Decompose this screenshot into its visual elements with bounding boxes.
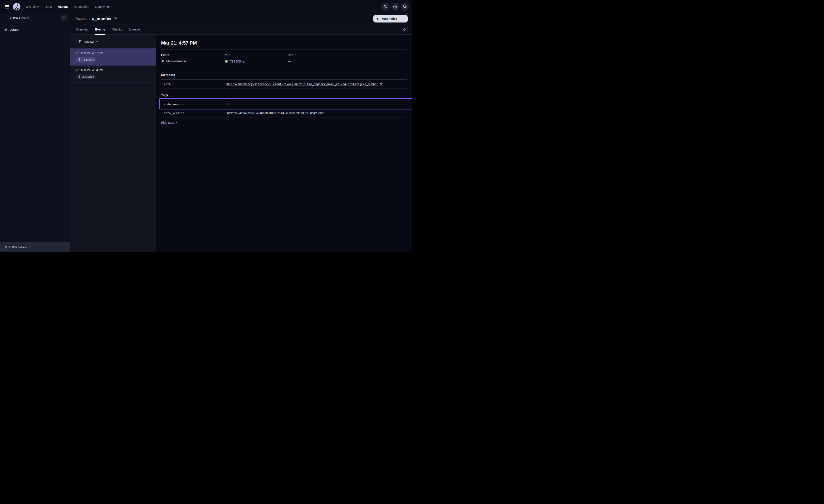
tab-checks[interactable]: Checks xyxy=(112,24,122,34)
refresh-icon xyxy=(403,28,406,31)
hide-tags-label: Hide tags xyxy=(161,121,174,124)
help-button[interactable] xyxy=(391,3,399,11)
tags-table: code_version v1 data_version 3bfc269594e… xyxy=(161,100,407,117)
breadcrumb: Assets › a_number xyxy=(76,16,117,21)
materialization-sparkle-icon xyxy=(76,69,79,72)
event-timestamp: Mar 21, 4:57 PM xyxy=(81,51,103,55)
event-type-value: Materialization xyxy=(166,59,186,63)
filter-funnel-icon xyxy=(78,40,81,43)
run-id-link[interactable]: 788005fa xyxy=(230,60,244,63)
type-filter-button[interactable]: Type (2) xyxy=(76,38,101,45)
caret-down-icon: ▾ xyxy=(403,18,404,20)
copy-asset-name-icon[interactable] xyxy=(114,17,117,20)
materialize-split-button: Materialize ▾ xyxy=(373,15,408,22)
asset-header: Assets › a_number xyxy=(70,13,412,24)
tags-heading: Tags xyxy=(161,93,407,97)
dagster-logo-icon[interactable] xyxy=(13,3,21,11)
metadata-heading: Metadata xyxy=(161,73,407,77)
repo-count-badge: 1 xyxy=(61,15,67,21)
metadata-table: path /Users/smackesey/stm/code/elementl/… xyxy=(161,80,407,89)
asset-name: a_number xyxy=(92,16,112,21)
run-id-text: 788005fa xyxy=(82,58,94,61)
event-list-item[interactable]: Mar 21, 4:57 PM 788005fa xyxy=(70,48,156,66)
sparkle-icon xyxy=(376,17,380,20)
event-detail-panel: Mar 21, 4:57 PM Event xyxy=(156,35,412,252)
materialize-label: Materialize xyxy=(382,17,397,20)
nav-item-runs[interactable]: Runs xyxy=(44,5,52,8)
run-id-badge[interactable]: 788005fa xyxy=(76,57,96,62)
run-circle-icon xyxy=(78,58,81,61)
nav-item-deployment[interactable]: Deployment xyxy=(95,5,111,8)
breadcrumb-assets-link[interactable]: Assets xyxy=(76,17,87,21)
breadcrumb-separator: › xyxy=(89,17,90,21)
search-button[interactable] xyxy=(381,3,390,11)
materialization-sparkle-icon xyxy=(161,59,165,63)
group-label: default xyxy=(9,28,19,31)
tag-key: data_version xyxy=(161,109,223,117)
copy-path-icon[interactable] xyxy=(380,83,384,86)
event-timestamp: Mar 21, 4:54 PM xyxy=(81,69,103,72)
materialize-dropdown-button[interactable]: ▾ xyxy=(400,15,408,22)
tab-events[interactable]: Events xyxy=(95,24,105,34)
search-icon xyxy=(384,5,388,9)
nav-item-assets[interactable]: Assets xyxy=(58,5,68,8)
repo-label: 250321-dvers xyxy=(9,16,59,20)
nav-item-overview[interactable]: Overview xyxy=(26,5,38,8)
tab-lineage[interactable]: Lineage xyxy=(129,24,140,34)
tag-value: 3bfc269594ef649228e9a74bab00f042efc91d5a… xyxy=(223,109,407,117)
metadata-key: path xyxy=(161,80,223,88)
events-list-panel: Type (2) xyxy=(70,35,156,252)
sidebar-item-repo[interactable]: 250321-dvers 1 xyxy=(0,13,70,23)
job-value: — xyxy=(288,59,291,63)
code-location-footer[interactable]: 250321-dvers xyxy=(0,242,70,252)
nav-item-automation[interactable]: Automation xyxy=(74,5,89,8)
materialize-button[interactable]: Materialize xyxy=(373,15,400,22)
folder-icon xyxy=(3,246,7,249)
hide-tags-link[interactable]: Hide tags ▲ xyxy=(161,121,177,124)
run-circle-icon xyxy=(78,75,81,78)
event-column-label: Event xyxy=(161,53,224,57)
tag-key: code_version xyxy=(161,100,223,109)
table-row: code_version v1 xyxy=(161,100,407,109)
asset-catalog-sidebar: 250321-dvers 1 default xyxy=(0,13,70,252)
refresh-button[interactable] xyxy=(401,26,408,33)
collapse-triangle-icon: ▲ xyxy=(175,122,177,124)
sidebar-item-default-group[interactable]: default xyxy=(0,25,70,34)
event-list-item[interactable]: Mar 21, 4:54 PM 2fd32b85 xyxy=(70,66,156,83)
run-column-label: Run xyxy=(224,53,288,57)
metadata-path-link[interactable]: /Users/smackesey/stm/code/elementl/exper… xyxy=(226,83,378,86)
asset-group-icon xyxy=(3,27,7,31)
primary-nav: Overview Runs Assets Automation Deployme… xyxy=(26,5,111,8)
app-window: Overview Runs Assets Automation Deployme… xyxy=(0,0,412,252)
type-filter-label: Type (2) xyxy=(83,40,94,43)
code-location-label: 250321-dvers xyxy=(9,246,27,249)
top-nav: Overview Runs Assets Automation Deployme… xyxy=(0,0,412,13)
job-column-label: Job xyxy=(288,53,351,57)
table-row: path /Users/smackesey/stm/code/elementl/… xyxy=(161,80,407,88)
tab-overview[interactable]: Overview xyxy=(76,24,88,34)
success-check-icon xyxy=(224,59,228,63)
settings-button[interactable] xyxy=(401,3,409,11)
run-id-text: 2fd32b85 xyxy=(82,75,94,78)
asset-tabs: Overview Events Checks Lineage xyxy=(70,24,412,35)
tag-value: v1 xyxy=(223,100,407,109)
run-id-badge[interactable]: 2fd32b85 xyxy=(76,74,96,80)
reload-location-icon[interactable] xyxy=(29,246,33,249)
chevron-down-icon xyxy=(96,40,98,43)
hamburger-menu-icon[interactable] xyxy=(3,2,11,11)
materialization-sparkle-icon xyxy=(76,51,79,55)
help-icon xyxy=(393,5,397,9)
event-detail-title: Mar 21, 4:57 PM xyxy=(161,40,407,46)
table-row: data_version 3bfc269594ef649228e9a74bab0… xyxy=(161,109,407,117)
folder-icon xyxy=(3,16,7,20)
gear-icon xyxy=(403,5,407,9)
